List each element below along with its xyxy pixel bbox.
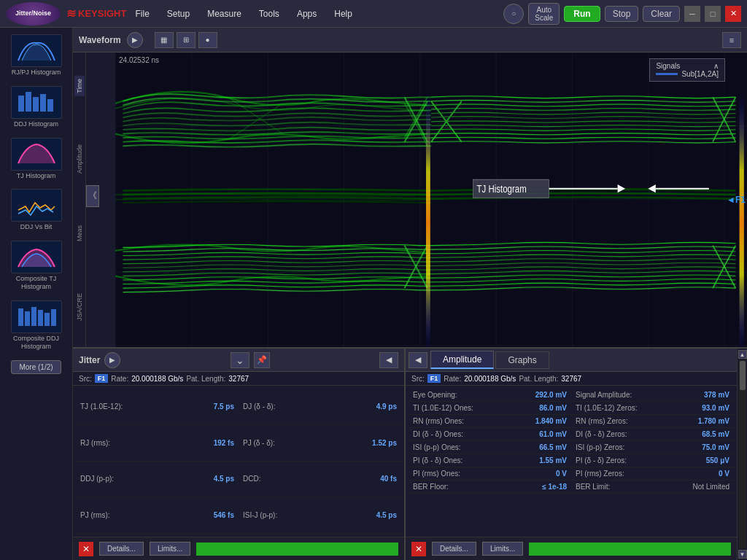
amp-meas-left-6: PI (rms) Ones: 0 V xyxy=(409,467,571,481)
svg-rect-7 xyxy=(31,307,36,326)
menu-help[interactable]: Help xyxy=(331,7,355,20)
jitter-collapse-button[interactable]: ⌄ xyxy=(231,352,249,368)
composite-tj-thumbnail xyxy=(11,241,62,273)
nav-collapse-arrow[interactable]: 《 xyxy=(86,185,99,207)
signals-collapse-icon[interactable]: ∧ xyxy=(713,62,719,70)
amp-nav-left[interactable]: ◀ xyxy=(409,352,427,368)
grid-view-button[interactable]: ▦ xyxy=(155,32,174,48)
waveform-menu-button[interactable]: ≡ xyxy=(722,32,741,48)
sidebar-item-tj[interactable]: TJ Histogram xyxy=(4,135,69,183)
jitter-panel: Jitter ▶ ⌄ 📌 ◀ Src: F1 Rate: 20.000188 G… xyxy=(73,349,406,560)
sidebar-label-composite-ddj: Composite DDJ Histogram xyxy=(7,335,66,351)
amp-meas-right-0: Signal Amplitude: 378 mV xyxy=(571,389,734,402)
tj-thumbnail xyxy=(11,138,62,171)
amplitude-close-button[interactable]: ✕ xyxy=(411,542,426,556)
scroll-track[interactable] xyxy=(739,360,746,548)
jitter-status-bar xyxy=(196,542,398,556)
svg-text:TJ Histogram: TJ Histogram xyxy=(477,183,527,195)
waveform-display-area: 24.02532 ns xyxy=(115,52,747,347)
svg-rect-2 xyxy=(33,97,39,112)
split-view-button[interactable]: ⊞ xyxy=(177,32,196,48)
minimize-button[interactable]: ─ xyxy=(684,6,700,22)
circle-button[interactable]: ○ xyxy=(503,4,524,24)
jitter-play-button[interactable]: ▶ xyxy=(104,352,120,368)
menu-setup[interactable]: Setup xyxy=(164,7,193,20)
maximize-button[interactable]: □ xyxy=(705,6,721,22)
jitter-meas-7: ISI-J (p-p): 4.5 ps xyxy=(239,497,401,534)
jitter-src-info: Src: F1 Rate: 20.000188 Gb/s Pat. Length… xyxy=(73,372,404,386)
amp-meas-right-2: RN (rms) Zeros: 1.780 mV xyxy=(571,415,734,428)
stop-button[interactable]: Stop xyxy=(605,6,639,22)
svg-rect-3 xyxy=(40,94,46,112)
dot-button[interactable]: ● xyxy=(198,32,217,48)
jitter-header: Jitter ▶ ⌄ 📌 ◀ xyxy=(73,349,404,372)
content-area: Waveform ▶ ▦ ⊞ ● ≡ Time Amplitude Meas J… xyxy=(73,28,747,560)
amplitude-tab[interactable]: Amplitude xyxy=(430,351,494,369)
jitter-limits-button[interactable]: Limits... xyxy=(150,542,190,556)
amplitude-status-bar xyxy=(529,542,731,556)
sidebar-item-composite-tj[interactable]: Composite TJ Histogram xyxy=(4,238,69,294)
more-button[interactable]: More (1/2) xyxy=(11,360,61,374)
graphs-tab[interactable]: Graphs xyxy=(495,351,549,369)
jitter-meas-1: DJ (δ - δ): 4.9 ps xyxy=(239,389,401,425)
amp-meas-right-6: PI (rms) Zeros: 0 V xyxy=(571,467,734,481)
waveform-tools: ▦ ⊞ ● xyxy=(155,32,217,48)
jitter-meas-0: TJ (1.0E-12): 7.5 ps xyxy=(76,389,239,425)
menu-bar: File Setup Measure Tools Apps Help xyxy=(132,7,498,20)
close-button[interactable]: ✕ xyxy=(725,6,741,22)
amp-meas-right-1: TI (1.0E-12) Zeros: 93.0 mV xyxy=(571,402,734,415)
menu-apps[interactable]: Apps xyxy=(294,7,320,20)
keysight-logo: ≋ KEYSIGHT xyxy=(66,7,126,20)
f1-marker: ◄F1 xyxy=(727,195,746,205)
signals-box: Signals ∧ Sub[1A,2A] xyxy=(649,58,725,82)
scroll-thumb[interactable] xyxy=(740,361,746,390)
jitter-details-button[interactable]: Details... xyxy=(99,542,144,556)
amp-meas-left-5: PI (δ - δ) Ones: 1.55 mV xyxy=(409,454,571,467)
eye-diagram-svg: TJ Histogram xyxy=(115,52,747,347)
vert-label-time[interactable]: Time xyxy=(74,76,85,96)
menu-file[interactable]: File xyxy=(132,7,152,20)
menu-measure[interactable]: Measure xyxy=(204,7,244,20)
sidebar: RJ/PJ Histogram DDJ Histogram TJ Histo xyxy=(0,28,73,560)
sidebar-item-composite-ddj[interactable]: Composite DDJ Histogram xyxy=(4,298,69,354)
vert-label-jsa[interactable]: JSA/CRE xyxy=(74,290,85,324)
amplitude-header: ◀ Amplitude Graphs xyxy=(406,349,737,372)
sidebar-item-rjpj[interactable]: RJ/PJ Histogram xyxy=(4,31,69,79)
jitter-nav-left[interactable]: ◀ xyxy=(379,352,398,368)
waveform-header: Waveform ▶ ▦ ⊞ ● ≡ xyxy=(73,28,747,52)
sidebar-label-composite-tj: Composite TJ Histogram xyxy=(7,275,66,291)
menu-tools[interactable]: Tools xyxy=(256,7,282,20)
svg-rect-14 xyxy=(426,93,430,347)
clear-button[interactable]: Clear xyxy=(643,6,680,22)
jitter-measurements: TJ (1.0E-12): 7.5 ps DJ (δ - δ): 4.9 ps … xyxy=(73,386,404,537)
vert-label-meas[interactable]: Meas xyxy=(74,222,85,244)
jitter-close-button[interactable]: ✕ xyxy=(79,542,93,556)
sidebar-label-tj: TJ Histogram xyxy=(17,172,56,180)
right-scrollbar[interactable]: ▲ ▼ xyxy=(737,349,747,560)
timestamp-label: 24.02532 ns xyxy=(119,56,159,64)
scroll-up-button[interactable]: ▲ xyxy=(738,350,747,359)
run-button[interactable]: Run xyxy=(564,6,600,22)
signal-label: Sub[1A,2A] xyxy=(681,70,719,78)
amp-meas-right-4: ISI (p-p) Zeros: 75.0 mV xyxy=(571,441,734,454)
amplitude-limits-button[interactable]: Limits... xyxy=(482,542,523,556)
jitter-meas-5: DCD: 40 fs xyxy=(239,462,401,498)
titlebar-controls: ○ AutoScale Run Stop Clear ─ □ ✕ xyxy=(503,3,741,25)
vert-label-amplitude[interactable]: Amplitude xyxy=(74,141,85,176)
autoscale-button[interactable]: AutoScale xyxy=(528,3,560,25)
scroll-down-button[interactable]: ▼ xyxy=(738,550,747,559)
amplitude-details-button[interactable]: Details... xyxy=(432,542,476,556)
svg-rect-9 xyxy=(44,313,50,326)
amp-meas-left-3: DI (δ - δ) Ones: 61.0 mV xyxy=(409,428,571,441)
waveform-play-button[interactable]: ▶ xyxy=(127,32,143,48)
sidebar-item-ddj[interactable]: DDJ Histogram xyxy=(4,83,69,131)
sidebar-item-ddj-vs-bit[interactable]: DDJ Vs Bit xyxy=(4,186,69,234)
amp-meas-left-2: RN (rms) Ones: 1.840 mV xyxy=(409,415,571,428)
waveform-title: Waveform xyxy=(79,35,121,45)
svg-rect-4 xyxy=(47,99,53,112)
app-logo: Jitter/Noise xyxy=(6,2,61,26)
svg-rect-10 xyxy=(51,309,56,326)
vertical-sidebar: Time Amplitude Meas JSA/CRE xyxy=(73,52,86,347)
jitter-meas-3: PJ (δ - δ): 1.52 ps xyxy=(239,425,401,462)
jitter-pin-button[interactable]: 📌 xyxy=(254,352,270,368)
